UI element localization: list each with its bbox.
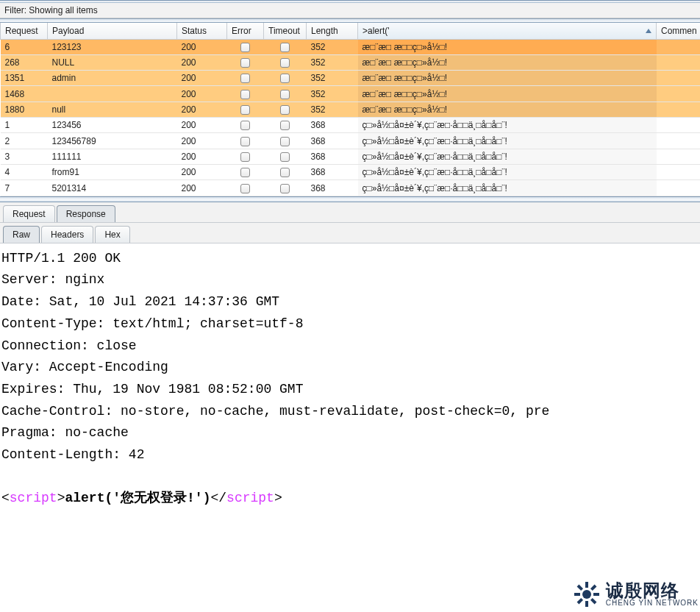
col-timeout[interactable]: Timeout [264, 23, 307, 39]
checkbox-icon[interactable] [240, 43, 250, 52]
gear-icon [574, 581, 600, 608]
checkbox-icon[interactable] [240, 58, 250, 68]
checkbox-icon[interactable] [240, 90, 250, 99]
checkbox-icon[interactable] [240, 184, 250, 193]
svg-rect-3 [574, 593, 580, 596]
table-row[interactable]: 268NULL200352æ□¨æ□ æ□□ç□»å½□! [1, 54, 701, 70]
table-row[interactable]: 1468200352æ□¨æ□ æ□□ç□»å½□! [1, 86, 701, 102]
checkbox-icon[interactable] [240, 137, 250, 146]
tabs-upper: Request Response [0, 202, 700, 223]
watermark-en: CHENG YIN NETWORK [606, 599, 699, 607]
filter-label: Filter: Showing all items [4, 5, 98, 15]
col-request[interactable]: Request [1, 23, 48, 39]
tab-request[interactable]: Request [3, 205, 55, 222]
checkbox-icon[interactable] [280, 152, 290, 162]
tab-raw[interactable]: Raw [3, 226, 40, 243]
svg-rect-6 [576, 598, 582, 604]
checkbox-icon[interactable] [240, 168, 250, 177]
checkbox-icon[interactable] [280, 137, 290, 146]
col-comment[interactable]: Commen [657, 23, 701, 39]
watermark-logo: 诚殷网络 CHENG YIN NETWORK [574, 581, 699, 608]
pane-splitter[interactable] [0, 196, 700, 202]
table-row[interactable]: 1123456200368ç□»å½□å¤±è´¥,ç□¨æ□·å□□ä¸□å­… [1, 118, 701, 133]
svg-point-0 [582, 590, 591, 599]
col-error[interactable]: Error [227, 23, 264, 39]
watermark-cn: 诚殷网络 [606, 582, 679, 599]
svg-rect-4 [593, 593, 599, 596]
filter-bar: Filter: Showing all items [0, 3, 700, 18]
checkbox-icon[interactable] [280, 58, 290, 68]
table-row[interactable]: 4from91200368ç□»å½□å¤±è´¥,ç□¨æ□·å□□ä¸□å­… [1, 165, 701, 180]
table-row[interactable]: 75201314200368ç□»å½□å¤±è´¥,ç□¨æ□·å□□ä¸□å… [1, 180, 701, 196]
svg-rect-8 [590, 598, 596, 604]
checkbox-icon[interactable] [240, 74, 250, 83]
checkbox-icon[interactable] [280, 168, 290, 177]
svg-rect-1 [585, 582, 588, 588]
sort-asc-icon [646, 29, 651, 33]
checkbox-icon[interactable] [240, 152, 250, 162]
raw-response-panel[interactable]: HTTP/1.1 200 OK Server: nginx Date: Sat,… [0, 243, 700, 514]
tab-hex[interactable]: Hex [95, 226, 129, 243]
checkbox-icon[interactable] [240, 105, 250, 115]
svg-rect-5 [590, 585, 596, 591]
response-script-line: <script>alert('您无权登录!')</script> [1, 488, 699, 510]
table-row[interactable]: 6123123200352æ□¨æ□ æ□□ç□»å½□! [1, 39, 701, 54]
col-length[interactable]: Length [307, 23, 358, 39]
table-row[interactable]: 1880null200352æ□¨æ□ æ□□ç□»å½□! [1, 102, 701, 117]
tab-headers[interactable]: Headers [41, 226, 93, 243]
tab-response[interactable]: Response [57, 205, 115, 222]
checkbox-icon[interactable] [280, 121, 290, 130]
col-sort[interactable]: >alert(' [358, 23, 657, 39]
svg-rect-2 [585, 601, 588, 607]
checkbox-icon[interactable] [280, 90, 290, 99]
checkbox-icon[interactable] [280, 184, 290, 193]
checkbox-icon[interactable] [280, 74, 290, 83]
table-header-row: Request Payload Status Error Timeout Len… [1, 23, 701, 39]
checkbox-icon[interactable] [280, 105, 290, 115]
table-row[interactable]: 3111111200368ç□»å½□å¤±è´¥,ç□¨æ□·å□□ä¸□å­… [1, 149, 701, 164]
svg-rect-7 [576, 585, 582, 591]
col-payload[interactable]: Payload [48, 23, 177, 39]
checkbox-icon[interactable] [280, 43, 290, 52]
table-row[interactable]: 1351admin200352æ□¨æ□ æ□□ç□»å½□! [1, 71, 701, 86]
results-table: Request Payload Status Error Timeout Len… [0, 23, 700, 196]
col-status[interactable]: Status [177, 23, 227, 39]
table-row[interactable]: 2123456789200368ç□»å½□å¤±è´¥,ç□¨æ□·å□□ä¸… [1, 133, 701, 149]
checkbox-icon[interactable] [240, 121, 250, 130]
tabs-lower: Raw Headers Hex [0, 223, 700, 243]
